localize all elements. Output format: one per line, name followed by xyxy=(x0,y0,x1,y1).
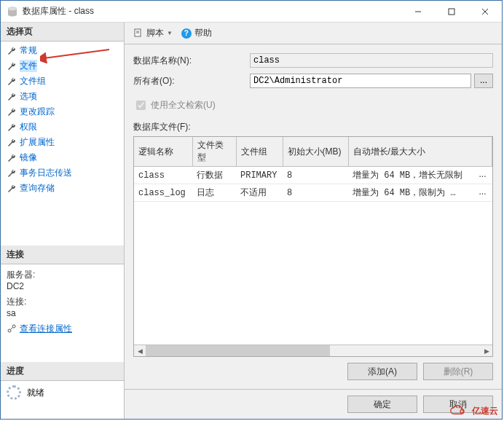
wrench-icon xyxy=(7,153,17,163)
sidebar-item-extended[interactable]: 扩展属性 xyxy=(1,135,124,150)
sidebar-item-changetracking[interactable]: 更改跟踪 xyxy=(1,104,124,119)
dropdown-icon: ▼ xyxy=(167,30,173,36)
col-autogrowth[interactable]: 自动增长/最大大小 xyxy=(348,137,492,167)
col-logical-name[interactable]: 逻辑名称 xyxy=(134,137,192,167)
connection-info: 服务器: DC2 连接: sa 查看连接属性 xyxy=(1,264,124,341)
owner-browse-button[interactable]: ... xyxy=(474,74,493,88)
wrench-icon xyxy=(7,138,17,148)
sidebar-item-querystore[interactable]: 查询存储 xyxy=(1,181,124,196)
server-value: DC2 xyxy=(7,281,118,291)
col-initial-size[interactable]: 初始大小(MB) xyxy=(283,137,348,167)
autogrowth-browse-button[interactable]: ... xyxy=(479,187,492,199)
col-file-type[interactable]: 文件类型 xyxy=(192,137,236,167)
sidebar-item-general[interactable]: 常规 xyxy=(1,43,124,58)
progress-status: 就绪 xyxy=(1,381,124,404)
help-icon: ? xyxy=(181,28,192,39)
minimize-button[interactable] xyxy=(401,1,435,22)
add-button[interactable]: 添加(A) xyxy=(347,363,417,380)
server-label: 服务器: xyxy=(7,269,118,281)
sidebar-item-logshipping[interactable]: 事务日志传送 xyxy=(1,165,124,181)
sidebar-item-options[interactable]: 选项 xyxy=(1,89,124,104)
owner-label: 所有者(O): xyxy=(133,75,250,87)
maximize-button[interactable] xyxy=(435,1,468,22)
wrench-icon xyxy=(7,46,17,56)
files-grid: 逻辑名称 文件类型 文件组 初始大小(MB) 自动增长/最大大小 class 行… xyxy=(133,136,493,357)
window: 数据库属性 - class 选择页 常规 文件 文件组 选项 更改跟踪 权限 扩… xyxy=(0,0,503,420)
progress-header: 进度 xyxy=(1,362,124,381)
view-connection-props-link[interactable]: 查看连接属性 xyxy=(7,323,72,335)
database-icon xyxy=(7,6,18,17)
sidebar: 选择页 常规 文件 文件组 选项 更改跟踪 权限 扩展属性 镜像 事务日志传送 … xyxy=(1,23,125,419)
svg-point-1 xyxy=(8,7,17,10)
db-name-field xyxy=(250,53,493,68)
fulltext-checkbox xyxy=(136,101,146,110)
content-area: 数据库名称(N): 所有者(O): ... 使用全文检索(U) 数据库文件(F)… xyxy=(125,44,502,389)
conn-value: sa xyxy=(7,308,118,318)
conn-label: 连接: xyxy=(7,296,118,308)
window-title: 数据库属性 - class xyxy=(23,5,401,17)
col-filegroup[interactable]: 文件组 xyxy=(236,137,283,167)
table-row[interactable]: class_log 日志 不适用 8 增量为 64 MB，限制为 … ... xyxy=(134,184,492,202)
scroll-thumb[interactable] xyxy=(146,345,330,356)
toolbar: 脚本 ▼ ? 帮助 xyxy=(125,23,502,44)
sidebar-item-filegroups[interactable]: 文件组 xyxy=(1,74,124,89)
svg-point-7 xyxy=(12,325,15,328)
page-list: 常规 文件 文件组 选项 更改跟踪 权限 扩展属性 镜像 事务日志传送 查询存储 xyxy=(1,42,124,197)
db-name-label: 数据库名称(N): xyxy=(133,55,250,67)
script-icon xyxy=(133,28,143,39)
remove-button: 删除(R) xyxy=(423,363,493,380)
fulltext-label: 使用全文检索(U) xyxy=(151,99,216,111)
files-section-label: 数据库文件(F): xyxy=(133,121,493,133)
wrench-icon xyxy=(7,122,17,133)
scroll-right-icon[interactable]: ▶ xyxy=(481,345,492,357)
wrench-icon xyxy=(7,61,17,71)
help-button[interactable]: ? 帮助 xyxy=(178,25,215,41)
select-page-header: 选择页 xyxy=(1,23,124,42)
autogrowth-browse-button[interactable]: ... xyxy=(479,170,492,181)
owner-field[interactable] xyxy=(250,74,471,88)
script-button[interactable]: 脚本 ▼ xyxy=(130,25,176,41)
connection-header: 连接 xyxy=(1,245,124,264)
spinner-icon xyxy=(7,385,21,400)
titlebar: 数据库属性 - class xyxy=(1,1,502,23)
connection-icon xyxy=(7,323,17,334)
wrench-icon xyxy=(7,92,17,102)
wrench-icon xyxy=(7,184,17,194)
main-panel: 脚本 ▼ ? 帮助 数据库名称(N): 所有者(O): ... xyxy=(125,23,502,419)
wrench-icon xyxy=(7,107,17,117)
ok-button[interactable]: 确定 xyxy=(347,396,417,413)
svg-rect-3 xyxy=(449,9,454,15)
sidebar-item-mirroring[interactable]: 镜像 xyxy=(1,150,124,165)
wrench-icon xyxy=(7,76,17,87)
horizontal-scrollbar[interactable]: ◀ ▶ xyxy=(134,345,492,356)
sidebar-item-files[interactable]: 文件 xyxy=(1,58,124,74)
ready-label: 就绪 xyxy=(27,387,44,399)
cancel-button[interactable]: 取消 xyxy=(423,396,493,413)
wrench-icon xyxy=(7,168,17,178)
svg-point-6 xyxy=(8,329,11,332)
table-row[interactable]: class 行数据 PRIMARY 8 增量为 64 MB，增长无限制 ... xyxy=(134,167,492,184)
svg-line-8 xyxy=(11,328,13,330)
dialog-footer: 确定 取消 xyxy=(125,389,502,419)
dialog-body: 选择页 常规 文件 文件组 选项 更改跟踪 权限 扩展属性 镜像 事务日志传送 … xyxy=(1,23,502,419)
close-button[interactable] xyxy=(468,1,502,22)
scroll-left-icon[interactable]: ◀ xyxy=(134,345,146,357)
sidebar-item-permissions[interactable]: 权限 xyxy=(1,119,124,135)
